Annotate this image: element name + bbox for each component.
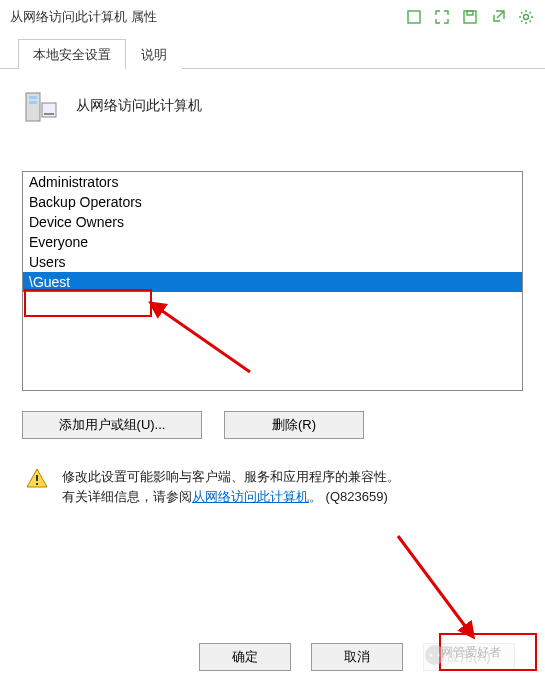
list-item[interactable]: \Guest <box>23 272 522 292</box>
warning-icon <box>26 467 48 489</box>
svg-rect-1 <box>464 11 476 23</box>
warning-line1: 修改此设置可能影响与客户端、服务和应用程序的兼容性。 <box>62 469 400 484</box>
list-item[interactable]: Everyone <box>23 232 522 252</box>
fullscreen-icon[interactable] <box>433 8 451 26</box>
list-item[interactable]: Device Owners <box>23 212 522 232</box>
policy-heading: 从网络访问此计算机 <box>76 97 202 115</box>
list-item-label: Device Owners <box>29 214 124 230</box>
warning-text: 修改此设置可能影响与客户端、服务和应用程序的兼容性。 有关详细信息，请参阅从网络… <box>62 467 400 507</box>
svg-rect-10 <box>36 483 38 485</box>
list-item-label: Backup Operators <box>29 194 142 210</box>
svg-rect-8 <box>44 113 54 115</box>
save-icon[interactable] <box>461 8 479 26</box>
list-item[interactable]: Users <box>23 252 522 272</box>
warning-line2b: 。 (Q823659) <box>309 489 388 504</box>
svg-point-14 <box>430 654 433 657</box>
maximize-icon[interactable] <box>405 8 423 26</box>
svg-line-12 <box>398 536 468 630</box>
tab-local-security[interactable]: 本地安全设置 <box>18 39 126 69</box>
help-link[interactable]: 从网络访问此计算机 <box>192 489 309 504</box>
list-item-label: Administrators <box>29 174 118 190</box>
cancel-button[interactable]: 取消 <box>311 643 403 671</box>
ok-button[interactable]: 确定 <box>199 643 291 671</box>
share-icon[interactable] <box>489 8 507 26</box>
gear-icon[interactable] <box>517 8 535 26</box>
watermark-text: 网管爱好者 <box>441 644 501 661</box>
svg-point-3 <box>524 15 529 20</box>
titlebar-actions <box>405 8 535 26</box>
list-item[interactable]: Backup Operators <box>23 192 522 212</box>
svg-rect-9 <box>36 475 38 481</box>
svg-rect-5 <box>29 96 37 99</box>
list-item[interactable]: Administrators <box>23 172 522 192</box>
window-title: 从网络访问此计算机 属性 <box>10 8 157 26</box>
server-icon <box>22 87 60 125</box>
svg-rect-2 <box>467 11 473 15</box>
compatibility-warning: 修改此设置可能影响与客户端、服务和应用程序的兼容性。 有关详细信息，请参阅从网络… <box>22 467 523 507</box>
list-button-row: 添加用户或组(U)... 删除(R) <box>22 411 523 439</box>
warning-line2a: 有关详细信息，请参阅 <box>62 489 192 504</box>
svg-rect-0 <box>408 11 420 23</box>
annotation-arrow-2 <box>390 530 480 640</box>
tab-explain[interactable]: 说明 <box>126 39 182 69</box>
add-user-group-button[interactable]: 添加用户或组(U)... <box>22 411 202 439</box>
tab-content: 从网络访问此计算机 AdministratorsBackup Operators… <box>0 69 545 519</box>
user-group-listbox[interactable]: AdministratorsBackup OperatorsDevice Own… <box>22 171 523 391</box>
tab-bar: 本地安全设置 说明 <box>0 38 545 69</box>
list-item-label: \Guest <box>29 274 70 290</box>
title-bar: 从网络访问此计算机 属性 <box>0 0 545 30</box>
remove-button[interactable]: 删除(R) <box>224 411 364 439</box>
list-item-label: Everyone <box>29 234 88 250</box>
list-item-label: Users <box>29 254 66 270</box>
svg-rect-6 <box>29 101 37 104</box>
policy-header: 从网络访问此计算机 <box>22 87 523 125</box>
